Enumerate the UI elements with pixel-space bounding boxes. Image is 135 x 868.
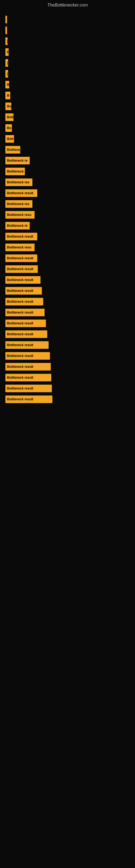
site-title: TheBottlenecker.com (0, 0, 135, 13)
result-bar: Bottleneck resu (5, 211, 35, 219)
bar-row: Bottleneck re (5, 222, 130, 229)
bar-row: Bottleneck res (5, 200, 130, 208)
result-bar: Bottleneck result (5, 298, 43, 305)
result-bar: Bottleneck result (5, 363, 51, 371)
result-bar: Bottleneck (5, 167, 25, 175)
bar-row: | (5, 37, 130, 45)
bar-row: Bottleneck result (5, 287, 130, 294)
result-bar: Bottleneck result (5, 352, 50, 360)
result-bar: Bottleneck result (5, 384, 52, 392)
bar-row: Bottleneck result (5, 309, 130, 316)
bar-row: Bott (5, 113, 130, 121)
result-bar: | (5, 59, 8, 67)
result-bar: Bottleneck re (5, 157, 30, 164)
bar-row: Bottleneck result (5, 276, 130, 284)
result-bar: Bottleneck result (5, 374, 51, 381)
result-bar: Bo (5, 102, 11, 110)
bar-chart-container: |||B||BBBoBottBoBottBottleneBottleneck r… (0, 13, 135, 409)
result-bar: | (5, 16, 7, 23)
result-bar: Bo (5, 124, 12, 132)
result-bar: B (5, 92, 10, 99)
result-bar: Bottleneck result (5, 287, 42, 294)
bar-row: Bottleneck re (5, 157, 130, 164)
result-bar: Bottleneck result (5, 319, 46, 327)
bar-row: Bottleneck result (5, 319, 130, 327)
result-bar: Bottleneck resu (5, 244, 35, 251)
result-bar: Bottleneck result (5, 396, 52, 403)
bar-row: Bottleneck result (5, 265, 130, 273)
bar-row: Bottleneck result (5, 374, 130, 381)
bar-row: Bottleneck result (5, 298, 130, 305)
result-bar: B (5, 81, 9, 88)
bar-row: Bottleneck (5, 167, 130, 175)
bar-row: Bottleneck result (5, 396, 130, 403)
bar-row: Bo (5, 124, 130, 132)
result-bar: Bottleneck result (5, 309, 45, 316)
bar-row: | (5, 27, 130, 34)
result-bar: Bott (5, 135, 14, 143)
result-bar: Bottleneck result (5, 341, 49, 349)
bar-row: Bottleneck result (5, 330, 130, 338)
result-bar: Bottleneck result (5, 233, 37, 240)
bar-row: B (5, 92, 130, 99)
bar-row: Bottleneck result (5, 341, 130, 349)
result-bar: | (5, 70, 8, 78)
result-bar: Bottlene (5, 146, 20, 154)
bar-row: Bo (5, 102, 130, 110)
result-bar: Bottleneck result (5, 254, 37, 262)
result-bar: Bottleneck result (5, 276, 41, 284)
bar-row: B (5, 81, 130, 88)
bar-row: Bott (5, 135, 130, 143)
result-bar: B (5, 48, 9, 56)
result-bar: Bottleneck result (5, 265, 38, 273)
bar-row: Bottleneck result (5, 363, 130, 371)
result-bar: Bott (5, 113, 13, 121)
bar-row: B (5, 48, 130, 56)
bar-row: Bottleneck res (5, 179, 130, 186)
bar-row: Bottleneck result (5, 352, 130, 360)
result-bar: Bottleneck result (5, 330, 47, 338)
result-bar: Bottleneck result (5, 189, 37, 197)
bar-row: Bottleneck result (5, 384, 130, 392)
bar-row: Bottleneck result (5, 254, 130, 262)
bar-row: | (5, 16, 130, 23)
result-bar: Bottleneck res (5, 179, 32, 186)
result-bar: | (5, 27, 7, 34)
bar-row: | (5, 70, 130, 78)
bar-row: Bottleneck result (5, 189, 130, 197)
result-bar: | (5, 37, 8, 45)
bar-row: Bottleneck result (5, 233, 130, 240)
bar-row: Bottleneck resu (5, 244, 130, 251)
result-bar: Bottleneck res (5, 200, 32, 208)
result-bar: Bottleneck re (5, 222, 30, 229)
bar-row: Bottleneck resu (5, 211, 130, 219)
bar-row: Bottlene (5, 146, 130, 154)
bar-row: | (5, 59, 130, 67)
